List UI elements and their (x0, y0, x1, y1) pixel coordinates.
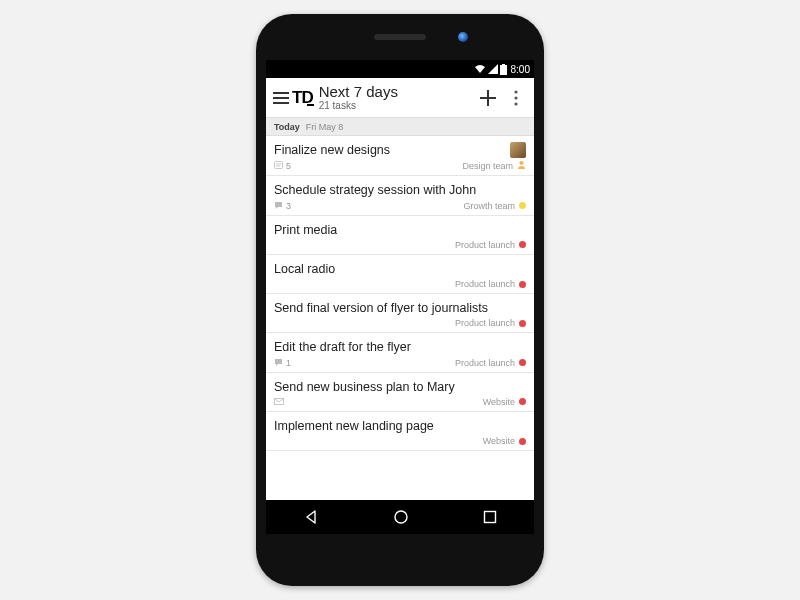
svg-point-8 (514, 96, 517, 99)
mail-icon (274, 398, 284, 405)
android-nav-bar (266, 500, 534, 534)
svg-rect-4 (273, 102, 289, 104)
wifi-icon (474, 64, 486, 74)
project-name: Product launch (455, 279, 515, 289)
task-title: Print media (274, 222, 526, 238)
add-task-button[interactable] (474, 78, 502, 117)
phone-frame: 8:00 TD Next 7 days 21 tasks Today Fri M… (256, 14, 544, 586)
svg-point-7 (514, 90, 517, 93)
overflow-menu-button[interactable] (502, 78, 530, 117)
task-meta-left: 3 (274, 201, 291, 211)
project-color-dot (519, 241, 526, 248)
project-color-dot (519, 202, 526, 209)
task-project-label: Growth team (463, 201, 526, 211)
svg-rect-10 (275, 162, 283, 169)
project-color-dot (519, 438, 526, 445)
date-section-header: Today Fri May 8 (266, 118, 534, 136)
task-title: Send new business plan to Mary (274, 379, 526, 395)
nav-home-button[interactable] (393, 509, 409, 525)
status-time: 8:00 (511, 64, 530, 75)
view-title: Next 7 days (319, 84, 474, 101)
task-item[interactable]: Schedule strategy session with John3Grow… (266, 176, 534, 215)
task-project-label: Product launch (455, 240, 526, 250)
task-project-label: Design team (462, 160, 526, 171)
assignee-avatar (510, 142, 526, 158)
task-project-label: Website (483, 397, 526, 407)
project-color-dot (519, 359, 526, 366)
battery-icon (500, 64, 507, 75)
person-icon (517, 160, 526, 171)
chat-icon (274, 358, 283, 367)
view-subtitle: 21 tasks (319, 100, 474, 111)
note-icon (274, 161, 283, 170)
project-color-dot (519, 320, 526, 327)
app-bar: TD Next 7 days 21 tasks (266, 78, 534, 118)
section-date-label: Fri May 8 (306, 122, 344, 132)
task-project-label: Product launch (455, 279, 526, 289)
task-title: Implement new landing page (274, 418, 526, 434)
svg-point-13 (520, 161, 524, 165)
task-item[interactable]: Finalize new designs5Design team (266, 136, 534, 176)
task-meta-left (274, 398, 284, 405)
comment-count: 3 (286, 201, 291, 211)
task-item[interactable]: Implement new landing pageWebsite (266, 412, 534, 451)
task-title: Local radio (274, 261, 526, 277)
nav-recent-button[interactable] (483, 510, 497, 524)
svg-rect-0 (500, 65, 507, 75)
svg-rect-6 (480, 97, 496, 99)
svg-rect-2 (273, 92, 289, 94)
chat-icon (274, 201, 283, 210)
task-item[interactable]: Edit the draft for the flyer1Product lau… (266, 333, 534, 372)
status-bar: 8:00 (266, 60, 534, 78)
svg-point-9 (514, 102, 517, 105)
appbar-title-block[interactable]: Next 7 days 21 tasks (319, 84, 474, 112)
section-today-label: Today (274, 122, 300, 132)
task-project-label: Website (483, 436, 526, 446)
comment-count: 1 (286, 358, 291, 368)
project-name: Growth team (463, 201, 515, 211)
phone-sensor (458, 32, 468, 42)
task-project-label: Product launch (455, 318, 526, 328)
task-title: Schedule strategy session with John (274, 182, 526, 198)
project-name: Product launch (455, 358, 515, 368)
project-name: Website (483, 397, 515, 407)
task-item[interactable]: Print mediaProduct launch (266, 216, 534, 255)
nav-back-button[interactable] (303, 509, 319, 525)
task-project-label: Product launch (455, 358, 526, 368)
task-title: Edit the draft for the flyer (274, 339, 526, 355)
menu-icon[interactable] (270, 92, 292, 104)
svg-rect-1 (502, 64, 505, 65)
svg-rect-16 (485, 512, 496, 523)
phone-earpiece (374, 34, 426, 40)
project-name: Design team (462, 161, 513, 171)
task-meta-left: 5 (274, 161, 291, 171)
project-color-dot (519, 398, 526, 405)
task-list[interactable]: Finalize new designs5Design teamSchedule… (266, 136, 534, 451)
task-title: Finalize new designs (274, 142, 506, 158)
project-color-dot (519, 281, 526, 288)
cell-signal-icon (488, 64, 498, 74)
project-name: Product launch (455, 240, 515, 250)
project-name: Product launch (455, 318, 515, 328)
task-item[interactable]: Send new business plan to MaryWebsite (266, 373, 534, 412)
svg-point-15 (395, 511, 407, 523)
svg-rect-3 (273, 97, 289, 99)
task-item[interactable]: Send final version of flyer to journalis… (266, 294, 534, 333)
task-title: Send final version of flyer to journalis… (274, 300, 526, 316)
screen: 8:00 TD Next 7 days 21 tasks Today Fri M… (266, 60, 534, 534)
app-logo: TD (292, 88, 313, 108)
project-name: Website (483, 436, 515, 446)
task-item[interactable]: Local radioProduct launch (266, 255, 534, 294)
comment-count: 5 (286, 161, 291, 171)
task-meta-left: 1 (274, 358, 291, 368)
